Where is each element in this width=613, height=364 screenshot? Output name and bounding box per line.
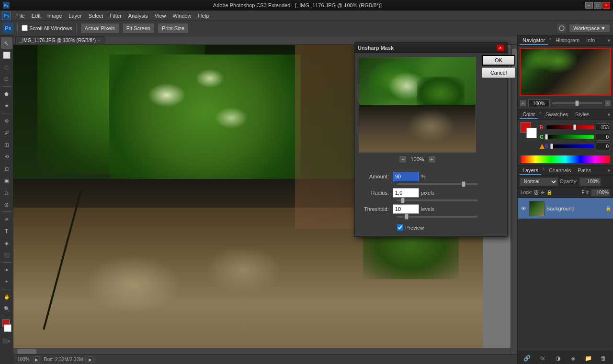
threshold-input[interactable] [393, 204, 419, 214]
dialog-zoom-out[interactable]: − [399, 155, 407, 163]
layer-eye-icon[interactable]: 👁 [520, 205, 527, 212]
tool-quick-select[interactable]: ⬡ [1, 73, 12, 85]
minimize-button[interactable]: − [585, 2, 593, 9]
dialog-cancel-button[interactable]: Cancel [482, 67, 515, 78]
tool-shape[interactable]: ⬛ [1, 249, 12, 261]
menu-window[interactable]: Window [170, 12, 194, 20]
color-g-slider[interactable] [546, 135, 594, 139]
tool-brush[interactable]: 🖊 [1, 127, 12, 138]
tool-stamp[interactable]: ◫ [1, 139, 12, 150]
canvas-tab-close[interactable]: × [98, 38, 100, 43]
print-size-button[interactable]: Print Size [158, 23, 189, 33]
color-r-slider[interactable] [546, 125, 594, 129]
scroll-all-windows-checkbox[interactable] [22, 25, 28, 31]
dialog-zoom-in[interactable]: + [428, 155, 436, 163]
actual-pixels-button[interactable]: Actual Pixels [80, 23, 119, 33]
preview-checkbox[interactable] [397, 224, 403, 231]
menu-image[interactable]: Image [45, 12, 65, 20]
radius-input[interactable] [393, 188, 419, 198]
lock-icon-img[interactable]: 🖼 [534, 190, 539, 195]
tool-notes[interactable]: ✦ [1, 264, 12, 276]
layer-delete-btn[interactable]: 🗑 [599, 354, 608, 363]
menu-help[interactable]: Help [195, 12, 212, 20]
lock-icon-all[interactable]: 🔒 [546, 190, 552, 195]
menu-file[interactable]: File [13, 12, 28, 20]
tab-histogram[interactable]: Histogram [553, 36, 582, 45]
tab-color[interactable]: Color [520, 110, 538, 119]
fill-input[interactable] [591, 189, 610, 197]
layer-mask-btn[interactable]: ◑ [553, 354, 563, 363]
tool-history[interactable]: ⟲ [1, 151, 12, 162]
tool-eyedrop2[interactable]: ⌖ [1, 276, 12, 287]
background-swatch[interactable] [526, 128, 537, 138]
tab-paths[interactable]: Paths [575, 166, 594, 175]
tool-dodge[interactable]: ◎ [1, 199, 12, 210]
tab-layers[interactable]: Layers [520, 166, 541, 175]
color-r-input[interactable] [596, 123, 610, 131]
layer-fx-btn[interactable]: fx [538, 354, 547, 363]
layers-panel-collapse[interactable]: ▼ [607, 168, 611, 173]
tool-eyedropper[interactable]: ✒ [1, 100, 12, 111]
lock-icon-move[interactable]: ✛ [541, 190, 545, 195]
tool-hand[interactable]: 🖐 [1, 291, 12, 302]
layer-link-btn[interactable]: 🔗 [522, 354, 532, 363]
tool-heal[interactable]: ⊕ [1, 115, 12, 126]
layers-opacity-input[interactable] [579, 177, 601, 186]
workspace-button[interactable]: Workspace ▼ [569, 24, 610, 33]
background-color[interactable] [4, 324, 11, 332]
layer-item-background[interactable]: 👁 Background 🔒 [518, 198, 613, 219]
preview-label[interactable]: Preview [397, 224, 476, 231]
tab-navigator[interactable]: Navigator [520, 36, 548, 45]
tab-info[interactable]: Info [583, 36, 598, 45]
tool-lasso[interactable]: ◌ [1, 61, 12, 73]
layers-blend-mode[interactable]: Normal Multiply Screen [520, 177, 558, 186]
canvas-tab[interactable]: _IMG_1176.JPG @ 100% (RGB/8*) × [15, 36, 104, 44]
nav-zoom-out[interactable]: − [520, 100, 526, 107]
scroll-thumb-h[interactable] [17, 349, 36, 354]
tool-blur[interactable]: △ [1, 187, 12, 198]
tab-swatches[interactable]: Swatches [543, 110, 571, 119]
menu-layer[interactable]: Layer [66, 12, 85, 20]
tab-styles[interactable]: Styles [572, 110, 592, 119]
color-panel-collapse[interactable]: ▼ [607, 112, 611, 117]
menu-select[interactable]: Select [86, 12, 106, 20]
nav-zoom-in[interactable]: + [604, 100, 611, 107]
amount-slider[interactable] [397, 183, 478, 185]
nav-zoom-input[interactable] [528, 99, 550, 107]
tool-crop[interactable]: ⬟ [1, 88, 12, 99]
unsharp-mask-dialog[interactable]: Unsharp Mask × [354, 42, 508, 237]
tab-channels[interactable]: Channels [546, 166, 574, 175]
status-right-arrow[interactable]: ▶ [87, 356, 93, 363]
tool-gradient[interactable]: ▣ [1, 175, 12, 186]
color-g-input[interactable] [596, 133, 610, 141]
fit-screen-button[interactable]: Fit Screen [122, 23, 155, 33]
scroll-all-windows-check[interactable]: Scroll All Windows [22, 25, 72, 31]
color-spectrum[interactable] [521, 155, 610, 163]
scrollbar-horizontal[interactable] [13, 348, 511, 354]
tool-marquee[interactable]: ⬜ [1, 49, 12, 61]
tool-path[interactable]: ◈ [1, 237, 12, 249]
status-arrow-btn[interactable]: ▶ [34, 356, 40, 363]
tool-text[interactable]: T [1, 225, 12, 237]
dialog-close-button[interactable]: × [497, 44, 504, 51]
close-button[interactable]: × [602, 2, 610, 9]
layer-group-btn[interactable]: 📁 [583, 354, 593, 363]
restore-button[interactable]: □ [594, 2, 602, 9]
amount-input[interactable] [393, 172, 419, 181]
navigator-panel-collapse[interactable]: ▼ [607, 38, 611, 43]
layer-adj-btn[interactable]: ◈ [568, 354, 578, 363]
menu-view[interactable]: View [152, 12, 169, 20]
tool-mode[interactable]: ⬛○ [1, 335, 12, 347]
radius-slider[interactable] [397, 199, 478, 201]
tool-eraser[interactable]: ◻ [1, 163, 12, 174]
dialog-ok-button[interactable]: OK [482, 55, 515, 66]
tool-zoom[interactable]: 🔍 [1, 303, 12, 314]
tool-move[interactable]: ↖ [1, 37, 12, 49]
threshold-slider[interactable] [397, 216, 478, 218]
menu-filter[interactable]: Filter [107, 12, 124, 20]
nav-zoom-slider[interactable] [552, 102, 602, 104]
menu-analysis[interactable]: Analysis [125, 12, 151, 20]
dialog-title-bar[interactable]: Unsharp Mask × [355, 43, 507, 53]
color-b-input[interactable] [596, 143, 610, 150]
menu-edit[interactable]: Edit [29, 12, 44, 20]
